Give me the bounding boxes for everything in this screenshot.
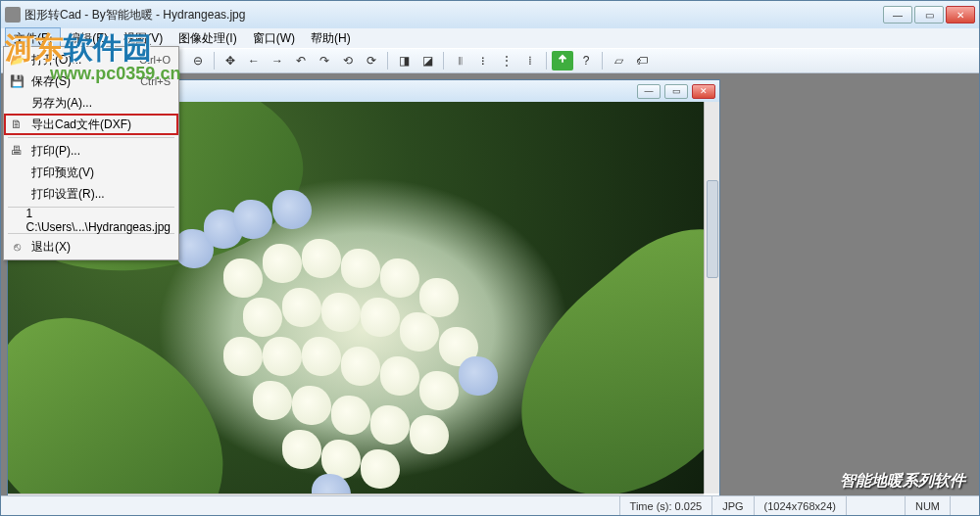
doc-close-button[interactable]: ✕ — [692, 84, 715, 99]
mi-recent-1[interactable]: 1 C:\Users\...\Hydrangeas.jpg — [4, 210, 178, 231]
tb-sep — [387, 52, 388, 70]
tb-flip-v-icon[interactable]: ◪ — [416, 51, 438, 70]
tb-sep — [214, 52, 215, 70]
status-numlock: NUM — [905, 496, 950, 515]
tb-adjust2-icon[interactable]: ⫶ — [472, 51, 494, 70]
recent-icon — [8, 212, 21, 228]
tb-redo-icon[interactable]: ↷ — [314, 51, 335, 70]
tb-adjust3-icon[interactable]: ⋮ — [496, 51, 517, 70]
tb-crop-icon[interactable]: ▱ — [608, 51, 629, 70]
save-icon: 💾 — [8, 73, 25, 89]
mi-print-setup[interactable]: 打印设置(R)... — [4, 183, 178, 205]
menu-separator — [8, 137, 174, 138]
vertical-scrollbar[interactable] — [704, 102, 719, 493]
app-icon — [5, 7, 21, 23]
open-icon: 📂 — [8, 52, 25, 68]
tb-rotate-cw-icon[interactable]: ⟳ — [361, 51, 382, 70]
print-icon: 🖶 — [8, 143, 25, 159]
window-buttons: — ▭ ✕ — [881, 6, 975, 23]
tb-sep — [546, 52, 547, 70]
status-empty — [846, 496, 905, 515]
maximize-button[interactable]: ▭ — [914, 6, 944, 23]
menu-image[interactable]: 图像处理(I) — [171, 28, 244, 49]
exit-icon: ⎋ — [8, 239, 25, 255]
doc-minimize-button[interactable]: — — [637, 84, 661, 99]
print-setup-icon — [8, 186, 25, 202]
status-time: Time (s): 0.025 — [619, 496, 712, 515]
tb-zoomout-icon[interactable]: ⊖ — [187, 51, 209, 70]
tb-arrow-left-icon[interactable]: ← — [243, 51, 265, 70]
mi-print[interactable]: 🖶 打印(P)... — [4, 140, 178, 162]
window-title: 图形转Cad - By智能地暖 - Hydrangeas.jpg — [24, 7, 881, 23]
tb-undo-icon[interactable]: ↶ — [290, 51, 312, 70]
minimize-button[interactable]: — — [883, 6, 912, 23]
tb-tag-icon[interactable]: 🏷 — [631, 51, 653, 70]
status-empty2 — [950, 496, 979, 515]
mi-print-preview[interactable]: 打印预览(V) — [4, 162, 178, 183]
export-icon: 🗎 — [8, 117, 25, 132]
tb-adjust4-icon[interactable]: ⁞ — [519, 51, 541, 70]
scroll-thumb[interactable] — [707, 180, 718, 278]
menubar: 文件(F) 编辑(E) 视图(V) 图像处理(I) 窗口(W) 帮助(H) — [1, 28, 979, 48]
tb-rotate-ccw-icon[interactable]: ⟲ — [337, 51, 359, 70]
horizontal-scrollbar[interactable] — [8, 493, 704, 495]
titlebar: 图形转Cad - By智能地暖 - Hydrangeas.jpg — ▭ ✕ — [1, 1, 979, 28]
tb-arrow-right-icon[interactable]: → — [267, 51, 288, 70]
doc-maximize-button[interactable]: ▭ — [664, 84, 688, 99]
statusbar: Time (s): 0.025 JPG (1024x768x24) NUM — [1, 495, 979, 515]
mi-save[interactable]: 💾 保存(S) Ctrl+S — [4, 70, 178, 92]
tb-flip-h-icon[interactable]: ◨ — [393, 51, 415, 70]
file-menu-dropdown: 📂 打开(O)... Ctrl+O 💾 保存(S) Ctrl+S 另存为(A).… — [3, 46, 179, 260]
mi-export-dxf[interactable]: 🗎 导出Cad文件(DXF) — [4, 114, 178, 135]
tb-move-icon[interactable]: ✥ — [220, 51, 241, 70]
status-dimensions: (1024x768x24) — [754, 496, 846, 515]
tb-adjust1-icon[interactable]: ⫴ — [449, 51, 470, 70]
mi-save-as[interactable]: 另存为(A)... — [4, 92, 178, 114]
mi-open[interactable]: 📂 打开(O)... Ctrl+O — [4, 49, 178, 70]
app-window: 图形转Cad - By智能地暖 - Hydrangeas.jpg — ▭ ✕ 文… — [0, 0, 980, 516]
tb-sep — [443, 52, 444, 70]
mi-exit[interactable]: ⎋ 退出(X) — [4, 236, 178, 258]
flower-cluster — [165, 200, 576, 493]
menu-help[interactable]: 帮助(H) — [303, 28, 359, 49]
menu-window[interactable]: 窗口(W) — [245, 28, 303, 49]
print-preview-icon — [8, 164, 25, 180]
close-button[interactable]: ✕ — [946, 6, 975, 23]
tb-sep — [602, 52, 603, 70]
saveas-icon — [8, 95, 25, 111]
tb-help-icon[interactable]: ? — [575, 51, 597, 70]
status-format: JPG — [711, 496, 753, 515]
tb-run-icon[interactable] — [552, 51, 573, 70]
